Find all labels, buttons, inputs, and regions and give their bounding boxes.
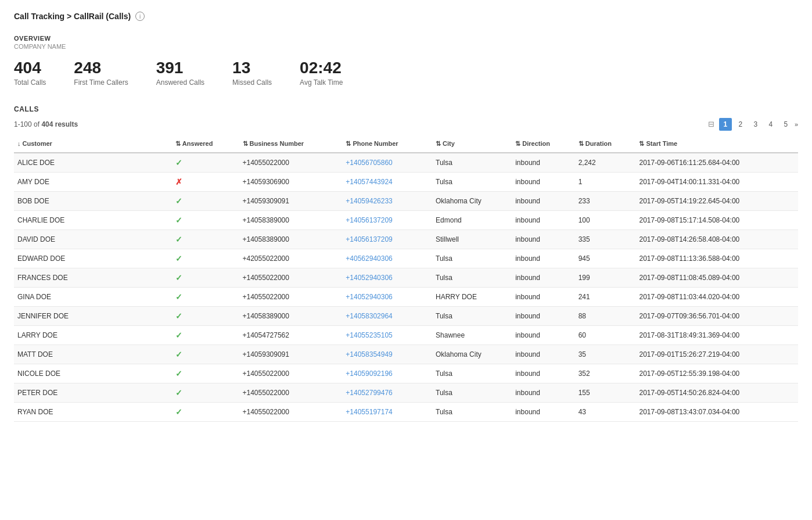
page-btn-3[interactable]: 3: [749, 118, 762, 131]
cell-phone-number-10[interactable]: +14058354949: [342, 345, 432, 364]
phone-number-link-11[interactable]: +14059092196: [346, 370, 392, 378]
cell-duration-7: 241: [575, 287, 636, 306]
cell-answered-13: ✓: [172, 402, 239, 421]
phone-number-link-8[interactable]: +14058302964: [346, 312, 392, 320]
table-row[interactable]: DAVID DOE✓+14058389000+14056137209Stillw…: [14, 229, 798, 249]
cell-direction-2: inbound: [512, 191, 574, 210]
cell-start-time-6: 2017-09-08T11:08:45.089-04:00: [635, 268, 798, 287]
cell-phone-number-0[interactable]: +14056705860: [342, 153, 432, 173]
cell-city-3: Edmond: [432, 210, 512, 229]
table-row[interactable]: ALICE DOE✓+14055022000+14056705860Tulsai…: [14, 153, 798, 173]
cell-start-time-8: 2017-09-07T09:36:56.701-04:00: [635, 306, 798, 325]
cell-direction-13: inbound: [512, 402, 574, 421]
results-prefix: 1-100 of: [14, 120, 41, 128]
col-header-start_time[interactable]: ⇅ Start Time: [635, 135, 798, 153]
cell-answered-9: ✓: [172, 325, 239, 345]
phone-number-link-4[interactable]: +14056137209: [346, 235, 392, 243]
cell-phone-number-5[interactable]: +40562940306: [342, 249, 432, 268]
table-row[interactable]: JENNIFER DOE✓+14058389000+14058302964Tul…: [14, 306, 798, 325]
cell-duration-11: 352: [575, 364, 636, 383]
phone-number-link-5[interactable]: +40562940306: [346, 254, 392, 263]
cell-city-5: Tulsa: [432, 249, 512, 268]
col-header-customer[interactable]: ↓ Customer: [14, 135, 172, 153]
cell-duration-10: 35: [575, 345, 636, 364]
table-row[interactable]: RYAN DOE✓+14055022000+14055197174Tulsain…: [14, 402, 798, 421]
cell-customer-6: FRANCES DOE: [14, 268, 172, 287]
phone-number-link-6[interactable]: +14052940306: [346, 274, 392, 282]
cell-phone-number-6[interactable]: +14052940306: [342, 268, 432, 287]
answered-check-icon: ✓: [175, 331, 182, 340]
cell-phone-number-12[interactable]: +14052799476: [342, 383, 432, 402]
filter-icon[interactable]: ⊟: [708, 120, 714, 128]
phone-number-link-3[interactable]: +14056137209: [346, 216, 392, 224]
cell-phone-number-11[interactable]: +14059092196: [342, 364, 432, 383]
table-row[interactable]: NICOLE DOE✓+14055022000+14059092196Tulsa…: [14, 364, 798, 383]
cell-answered-5: ✓: [172, 249, 239, 268]
table-header: ↓ Customer⇅ Answered⇅ Business Number⇅ P…: [14, 135, 798, 153]
cell-phone-number-8[interactable]: +14058302964: [342, 306, 432, 325]
phone-number-link-7[interactable]: +14052940306: [346, 293, 392, 301]
cell-phone-number-7[interactable]: +14052940306: [342, 287, 432, 306]
col-header-duration[interactable]: ⇅ Duration: [575, 135, 636, 153]
phone-number-link-13[interactable]: +14055197174: [346, 408, 392, 416]
cell-customer-13: RYAN DOE: [14, 402, 172, 421]
pagination: ⊟ 12345»: [708, 118, 798, 131]
info-icon[interactable]: i: [135, 12, 145, 21]
answered-check-icon: ✓: [175, 369, 182, 378]
cell-start-time-13: 2017-09-08T13:43:07.034-04:00: [635, 402, 798, 421]
cell-direction-8: inbound: [512, 306, 574, 325]
answered-check-icon: ✓: [175, 273, 182, 282]
cell-duration-13: 43: [575, 402, 636, 421]
stat-value-4: 02:42: [300, 59, 343, 77]
table-row[interactable]: EDWARD DOE✓+42055022000+40562940306Tulsa…: [14, 249, 798, 268]
cell-start-time-10: 2017-09-01T15:26:27.219-04:00: [635, 345, 798, 364]
breadcrumb-text: Call Tracking > CallRail (Calls): [14, 12, 131, 21]
cell-start-time-0: 2017-09-06T16:11:25.684-04:00: [635, 153, 798, 173]
answered-check-icon: ✓: [175, 350, 182, 359]
page-btn-2[interactable]: 2: [734, 118, 747, 131]
phone-number-link-9[interactable]: +14055235105: [346, 331, 392, 339]
page-btn-4[interactable]: 4: [764, 118, 777, 131]
table-row[interactable]: FRANCES DOE✓+14055022000+14052940306Tuls…: [14, 268, 798, 287]
cell-customer-4: DAVID DOE: [14, 229, 172, 249]
table-row[interactable]: MATT DOE✓+14059309091+14058354949Oklahom…: [14, 345, 798, 364]
table-row[interactable]: CHARLIE DOE✓+14058389000+14056137209Edmo…: [14, 210, 798, 229]
cell-phone-number-2[interactable]: +14059426233: [342, 191, 432, 210]
cell-business-number-3: +14058389000: [239, 210, 343, 229]
page-btn-5[interactable]: 5: [779, 118, 792, 131]
cell-phone-number-1[interactable]: +14057443924: [342, 172, 432, 191]
cell-answered-2: ✓: [172, 191, 239, 210]
phone-number-link-1[interactable]: +14057443924: [346, 178, 392, 186]
company-name: COMPANY NAME: [14, 43, 798, 50]
col-header-business_number[interactable]: ⇅ Business Number: [239, 135, 343, 153]
table-row[interactable]: AMY DOE✗+14059306900+14057443924Tulsainb…: [14, 172, 798, 191]
stat-label-1: First Time Callers: [74, 78, 128, 87]
col-header-direction[interactable]: ⇅ Direction: [512, 135, 574, 153]
stat-label-3: Missed Calls: [232, 78, 272, 87]
answered-check-icon: ✓: [175, 158, 182, 167]
cell-phone-number-4[interactable]: +14056137209: [342, 229, 432, 249]
phone-number-link-2[interactable]: +14059426233: [346, 197, 392, 205]
cell-customer-7: GINA DOE: [14, 287, 172, 306]
phone-number-link-10[interactable]: +14058354949: [346, 350, 392, 358]
phone-number-link-0[interactable]: +14056705860: [346, 159, 392, 167]
overview-label: OVERVIEW: [14, 35, 798, 42]
col-header-city[interactable]: ⇅ City: [432, 135, 512, 153]
col-header-phone_number[interactable]: ⇅ Phone Number: [342, 135, 432, 153]
cell-business-number-4: +14058389000: [239, 229, 343, 249]
cell-start-time-4: 2017-09-08T14:26:58.408-04:00: [635, 229, 798, 249]
table-row[interactable]: LARRY DOE✓+14054727562+14055235105Shawne…: [14, 325, 798, 345]
cell-phone-number-3[interactable]: +14056137209: [342, 210, 432, 229]
table-row[interactable]: GINA DOE✓+14055022000+14052940306HARRY D…: [14, 287, 798, 306]
table-row[interactable]: BOB DOE✓+14059309091+14059426233Oklahoma…: [14, 191, 798, 210]
cell-phone-number-13[interactable]: +14055197174: [342, 402, 432, 421]
phone-number-link-12[interactable]: +14052799476: [346, 389, 392, 397]
table-row[interactable]: PETER DOE✓+14055022000+14052799476Tulsai…: [14, 383, 798, 402]
cell-duration-3: 100: [575, 210, 636, 229]
page-btn-1[interactable]: 1: [719, 118, 732, 131]
cell-phone-number-9[interactable]: +14055235105: [342, 325, 432, 345]
page-next-btn[interactable]: »: [795, 121, 798, 128]
cell-city-13: Tulsa: [432, 402, 512, 421]
col-header-answered[interactable]: ⇅ Answered: [172, 135, 239, 153]
overview-section: OVERVIEW COMPANY NAME 404 Total Calls 24…: [14, 35, 798, 87]
